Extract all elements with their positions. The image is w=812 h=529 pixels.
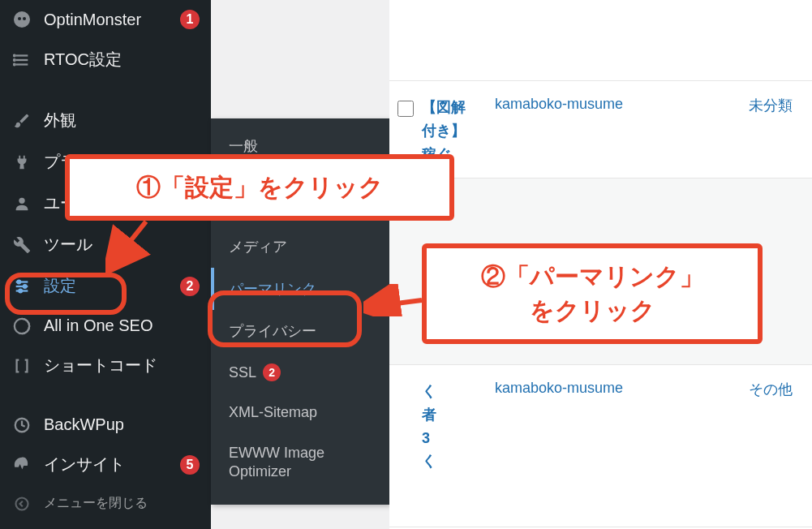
notification-badge: 5 (180, 455, 200, 475)
annotation-arrow-2 (363, 284, 428, 316)
svg-line-20 (372, 300, 422, 307)
submenu-item-label: 一般 (229, 136, 258, 156)
post-category[interactable]: 未分類 (749, 96, 793, 115)
annotation-arrow-1 (105, 217, 154, 274)
optinmonster-icon (11, 10, 32, 29)
notification-badge: 1 (180, 10, 200, 29)
post-category[interactable]: その他 (749, 380, 793, 399)
sidebar-item-rtoc[interactable]: RTOC設定 (0, 39, 211, 80)
post-author[interactable]: kamaboko-musume (495, 96, 623, 163)
submenu-item-xmlsitemap[interactable]: XML-Sitemap (211, 393, 389, 432)
sidebar-item-appearance[interactable]: 外観 (0, 100, 211, 141)
collapse-icon (11, 496, 32, 512)
sidebar-item-insights[interactable]: インサイト 5 (0, 444, 211, 485)
annotation-ring-settings (5, 273, 127, 315)
table-row[interactable]: く 者 3 く kamaboko-musume その他 (389, 365, 812, 527)
sidebar-item-label: RTOC設定 (44, 49, 200, 71)
sidebar-item-label: All in One SEO (44, 316, 200, 335)
sidebar-item-label: ショートコード (44, 355, 200, 376)
post-title[interactable]: く 者 3 く (422, 380, 470, 512)
submenu-item-ssl[interactable]: SSL 2 (211, 352, 389, 393)
svg-point-18 (16, 497, 28, 510)
svg-point-9 (19, 197, 24, 203)
sidebar-item-label: 外観 (44, 110, 200, 131)
svg-point-1 (18, 17, 21, 20)
insights-icon (11, 456, 32, 474)
sidebar-item-label: メニューを閉じる (44, 495, 200, 512)
plug-icon (11, 153, 32, 171)
svg-point-2 (23, 17, 26, 20)
svg-point-6 (14, 54, 15, 56)
submenu-item-ewww[interactable]: EWWW Image Optimizer (211, 432, 389, 493)
annotation-text: ①「設定」をクリック (136, 174, 384, 200)
annotation-text-line1: ②「パーマリンク」 (481, 263, 704, 290)
post-title[interactable]: 【図解付き】稼ぐ 次 (422, 96, 470, 163)
annotation-callout-2: ②「パーマリンク」 をクリック (422, 243, 763, 344)
sidebar-item-collapse[interactable]: メニューを閉じる (0, 485, 211, 522)
sidebar-item-backwpup[interactable]: BackWPup (0, 406, 211, 444)
notification-badge: 2 (263, 363, 281, 381)
annotation-text-line2: をクリック (530, 297, 655, 324)
brush-icon (11, 112, 32, 130)
row-checkbox[interactable] (397, 101, 414, 117)
submenu-item-media[interactable]: メディア (211, 226, 389, 268)
shortcode-icon (11, 357, 32, 375)
submenu-item-label: SSL (229, 364, 256, 381)
svg-line-19 (114, 221, 146, 262)
list-icon (11, 51, 32, 69)
svg-point-7 (14, 59, 15, 61)
sidebar-item-label: インサイト (44, 454, 169, 475)
post-author[interactable]: kamaboko-musume (495, 380, 623, 512)
user-icon (11, 195, 32, 213)
annotation-ring-permalink (208, 290, 362, 347)
submenu-item-label: EWWW Image Optimizer (229, 444, 372, 482)
annotation-callout-1: ①「設定」をクリック (65, 154, 454, 221)
svg-point-8 (14, 63, 15, 65)
submenu-item-label: メディア (229, 237, 287, 256)
sidebar-item-label: BackWPup (44, 415, 200, 434)
notification-badge: 2 (180, 277, 200, 296)
wrench-icon (11, 236, 32, 254)
sidebar-item-label: OptinMonster (44, 11, 169, 29)
sidebar-item-optinmonster[interactable]: OptinMonster 1 (0, 0, 211, 39)
sidebar-item-shortcode[interactable]: ショートコード (0, 345, 211, 386)
backwpup-icon (11, 416, 32, 434)
svg-point-0 (14, 11, 30, 28)
seo-icon (11, 317, 32, 335)
submenu-item-label: XML-Sitemap (229, 404, 317, 421)
